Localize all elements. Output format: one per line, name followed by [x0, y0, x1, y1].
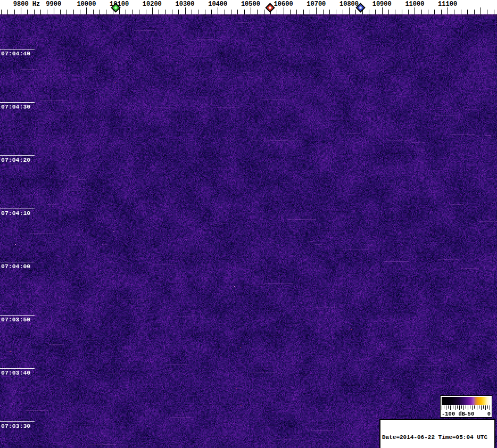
freq-label-9800: 9800 Hz — [13, 1, 40, 8]
freq-minor-tick — [421, 10, 422, 14]
freq-minor-tick — [237, 10, 238, 14]
freq-minor-tick — [60, 10, 61, 14]
freq-major-tick — [54, 7, 54, 14]
freq-major-tick — [284, 7, 284, 14]
freq-minor-tick — [132, 10, 133, 14]
freq-minor-tick — [343, 10, 343, 14]
scale-tick — [463, 405, 464, 410]
freq-minor-tick — [139, 10, 139, 14]
freq-minor-tick — [27, 10, 28, 14]
freq-label-10000: 10000 — [77, 1, 96, 8]
scale-tick — [442, 405, 442, 410]
freq-major-tick — [86, 7, 87, 14]
spectrogram-screen: 9800 Hz990010000101001020010300104001050… — [0, 0, 497, 448]
freq-minor-tick — [146, 10, 146, 14]
freq-minor-tick — [474, 10, 475, 14]
freq-minor-tick — [336, 10, 336, 14]
waterfall-display — [0, 14, 497, 448]
freq-minor-tick — [40, 10, 41, 14]
freq-minor-tick — [14, 10, 15, 14]
intensity-scale-legend: -100 dB -50 0 — [440, 395, 492, 418]
scale-tick — [448, 405, 449, 409]
freq-major-tick — [251, 7, 251, 14]
freq-label-11100: 11100 — [438, 1, 457, 8]
freq-minor-tick — [369, 10, 369, 14]
freq-minor-tick — [355, 10, 356, 14]
freq-major-tick — [448, 7, 448, 14]
freq-minor-tick — [428, 10, 428, 14]
freq-major-tick — [21, 7, 21, 14]
freq-minor-tick — [7, 10, 8, 14]
station-info-box: Date=2014-06-22 Time=05:04 UTC Freq=143 … — [379, 419, 495, 448]
freq-minor-tick — [257, 10, 258, 14]
freq-minor-tick — [205, 10, 205, 14]
freq-minor-tick — [100, 10, 100, 14]
freq-minor-tick — [408, 10, 409, 14]
freq-major-tick — [185, 7, 186, 14]
freq-minor-tick — [93, 10, 94, 14]
scale-tick — [459, 405, 460, 410]
freq-minor-tick — [192, 10, 192, 14]
scale-tick — [487, 405, 488, 409]
freq-major-tick — [218, 7, 218, 14]
scale-tick — [490, 405, 490, 410]
freq-minor-tick — [165, 10, 166, 14]
scale-tick — [477, 405, 477, 410]
scale-tick — [450, 405, 451, 410]
scale-tick — [453, 405, 453, 409]
freq-minor-tick — [487, 10, 487, 14]
freq-label-9900: 9900 — [46, 1, 61, 8]
freq-minor-tick — [277, 10, 277, 14]
scale-mid-label: -50 — [464, 411, 474, 417]
freq-minor-tick — [434, 10, 435, 14]
freq-minor-tick — [329, 10, 330, 14]
scale-tick — [485, 405, 486, 410]
freq-label-10600: 10600 — [274, 1, 293, 8]
freq-minor-tick — [231, 10, 231, 14]
freq-label-10400: 10400 — [208, 1, 227, 8]
freq-minor-tick — [395, 10, 395, 14]
freq-minor-tick — [198, 10, 198, 14]
freq-minor-tick — [461, 10, 461, 14]
freq-minor-tick — [244, 10, 245, 14]
freq-minor-tick — [303, 10, 304, 14]
freq-minor-tick — [494, 10, 494, 14]
freq-major-tick — [152, 7, 153, 14]
freq-minor-tick — [178, 10, 179, 14]
freq-minor-tick — [323, 10, 324, 14]
scale-tick — [455, 405, 455, 410]
freq-label-10200: 10200 — [143, 1, 162, 8]
freq-label-11000: 11000 — [405, 1, 424, 8]
freq-label-10500: 10500 — [241, 1, 260, 8]
freq-major-tick — [481, 7, 481, 14]
freq-label-10300: 10300 — [175, 1, 194, 8]
freq-minor-tick — [441, 10, 442, 14]
scale-tick — [466, 405, 466, 409]
freq-minor-tick — [106, 10, 106, 14]
freq-minor-tick — [264, 10, 264, 14]
scale-tick — [468, 405, 468, 410]
freq-minor-tick — [126, 10, 126, 14]
freq-minor-tick — [34, 10, 35, 14]
freq-minor-tick — [454, 10, 454, 14]
freq-minor-tick — [290, 10, 291, 14]
info-line-date: Date=2014-06-22 Time=05:04 UTC — [382, 434, 493, 441]
freq-minor-tick — [73, 10, 74, 14]
scale-min-label: -100 dB — [442, 411, 465, 417]
scale-max-label: 0 — [487, 411, 491, 417]
freq-minor-tick — [1, 10, 2, 14]
scale-tick — [472, 405, 473, 410]
scale-tick — [461, 405, 462, 409]
freq-minor-tick — [296, 10, 297, 14]
freq-minor-tick — [310, 10, 310, 14]
freq-label-10900: 10900 — [372, 1, 392, 8]
scale-tick — [474, 405, 475, 409]
scale-tick — [483, 405, 484, 409]
freq-minor-tick — [80, 10, 80, 14]
freq-minor-tick — [172, 10, 172, 14]
freq-label-10700: 10700 — [307, 1, 326, 8]
freq-major-tick — [415, 7, 415, 14]
freq-major-tick — [382, 7, 383, 14]
freq-minor-tick — [388, 10, 389, 14]
freq-minor-tick — [225, 10, 225, 14]
